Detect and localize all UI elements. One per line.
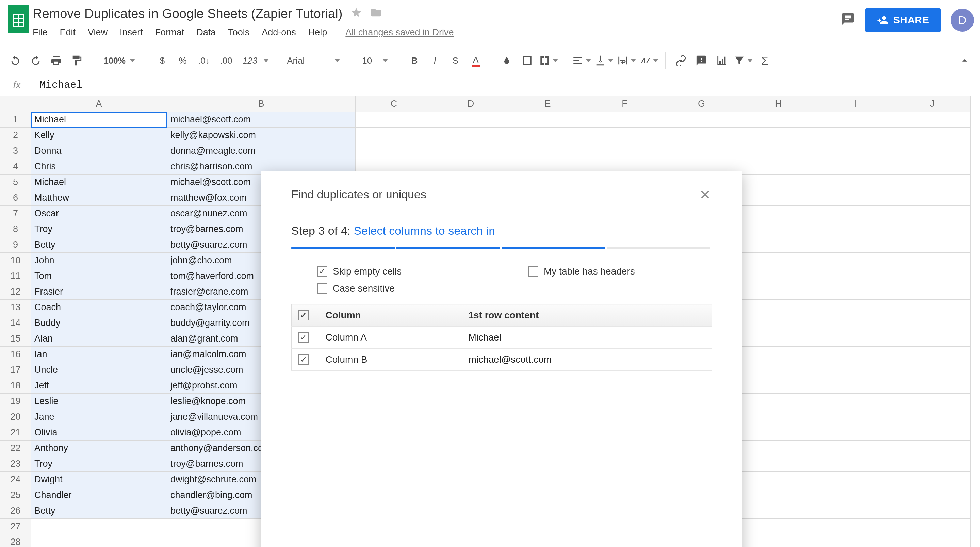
row-header[interactable]: 8 — [0, 221, 31, 237]
cell-H23[interactable] — [740, 456, 817, 472]
link-button[interactable] — [672, 52, 689, 69]
row-header[interactable]: 16 — [0, 347, 31, 362]
cell-I13[interactable] — [817, 300, 894, 315]
functions-button[interactable]: Σ — [756, 52, 773, 69]
cell-I12[interactable] — [817, 284, 894, 300]
cell-I28[interactable] — [817, 534, 894, 547]
cell-I2[interactable] — [817, 127, 894, 143]
cell-A19[interactable]: Leslie — [31, 394, 167, 409]
cell-H12[interactable] — [740, 284, 817, 300]
cell-H19[interactable] — [740, 394, 817, 409]
row-header[interactable]: 6 — [0, 190, 31, 206]
cell-A4[interactable]: Chris — [31, 159, 167, 175]
row-header[interactable]: 4 — [0, 159, 31, 175]
cell-H18[interactable] — [740, 378, 817, 394]
cell-C3[interactable] — [356, 143, 433, 159]
cell-J7[interactable] — [894, 206, 971, 221]
cell-I20[interactable] — [817, 409, 894, 425]
row-header[interactable]: 24 — [0, 472, 31, 488]
cell-J2[interactable] — [894, 127, 971, 143]
cell-H17[interactable] — [740, 362, 817, 378]
cell-A24[interactable]: Dwight — [31, 472, 167, 488]
cell-A6[interactable]: Matthew — [31, 190, 167, 206]
cell-F2[interactable] — [586, 127, 663, 143]
cell-I1[interactable] — [817, 112, 894, 127]
row-header[interactable]: 22 — [0, 440, 31, 456]
cell-I7[interactable] — [817, 206, 894, 221]
col-header-H[interactable]: H — [740, 96, 817, 112]
rotate-button[interactable] — [640, 52, 659, 69]
cell-I24[interactable] — [817, 472, 894, 488]
cell-H14[interactable] — [740, 315, 817, 331]
cell-H11[interactable] — [740, 269, 817, 284]
cell-J1[interactable] — [894, 112, 971, 127]
row-checkbox[interactable] — [298, 355, 309, 365]
expand-toolbar-button[interactable] — [956, 52, 973, 69]
col-header-B[interactable]: B — [167, 96, 356, 112]
cell-I9[interactable] — [817, 237, 894, 253]
cell-J19[interactable] — [894, 394, 971, 409]
cell-E3[interactable] — [509, 143, 586, 159]
account-avatar[interactable]: D — [951, 8, 974, 32]
undo-button[interactable] — [7, 52, 24, 69]
cell-H9[interactable] — [740, 237, 817, 253]
row-header[interactable]: 14 — [0, 315, 31, 331]
cell-A13[interactable]: Coach — [31, 300, 167, 315]
col-header-D[interactable]: D — [433, 96, 509, 112]
cell-G2[interactable] — [663, 127, 740, 143]
cell-I25[interactable] — [817, 488, 894, 503]
fx-label[interactable]: fx — [0, 74, 34, 95]
cell-J13[interactable] — [894, 300, 971, 315]
cell-H15[interactable] — [740, 331, 817, 347]
cell-I6[interactable] — [817, 190, 894, 206]
select-all-cell[interactable] — [0, 96, 31, 112]
v-align-button[interactable] — [595, 52, 614, 69]
wrap-button[interactable] — [617, 52, 636, 69]
cell-A12[interactable]: Frasier — [31, 284, 167, 300]
cell-J12[interactable] — [894, 284, 971, 300]
cell-J8[interactable] — [894, 221, 971, 237]
dec-decrease-button[interactable]: .0↓ — [195, 52, 213, 69]
row-header[interactable]: 19 — [0, 394, 31, 409]
cell-A10[interactable]: John — [31, 253, 167, 269]
borders-button[interactable] — [519, 52, 536, 69]
cell-A15[interactable]: Alan — [31, 331, 167, 347]
cell-A8[interactable]: Troy — [31, 221, 167, 237]
filter-button[interactable] — [733, 52, 753, 69]
chart-button[interactable] — [713, 52, 730, 69]
cell-H4[interactable] — [740, 159, 817, 175]
cell-I16[interactable] — [817, 347, 894, 362]
cell-A3[interactable]: Donna — [31, 143, 167, 159]
col-header-G[interactable]: G — [663, 96, 740, 112]
menu-addons[interactable]: Add-ons — [262, 27, 296, 38]
cell-I15[interactable] — [817, 331, 894, 347]
cell-J3[interactable] — [894, 143, 971, 159]
row-header[interactable]: 28 — [0, 534, 31, 547]
row-header[interactable]: 3 — [0, 143, 31, 159]
h-align-button[interactable] — [572, 52, 591, 69]
cell-G3[interactable] — [663, 143, 740, 159]
cell-A7[interactable]: Oscar — [31, 206, 167, 221]
table-row[interactable]: Column A Michael — [292, 327, 712, 349]
col-header-I[interactable]: I — [817, 96, 894, 112]
cell-I3[interactable] — [817, 143, 894, 159]
cell-I10[interactable] — [817, 253, 894, 269]
cell-A2[interactable]: Kelly — [31, 127, 167, 143]
cell-I23[interactable] — [817, 456, 894, 472]
cell-A16[interactable]: Ian — [31, 347, 167, 362]
cell-J22[interactable] — [894, 440, 971, 456]
cell-E1[interactable] — [509, 112, 586, 127]
menu-format[interactable]: Format — [155, 27, 185, 38]
folder-icon[interactable] — [370, 7, 382, 21]
cell-I18[interactable] — [817, 378, 894, 394]
cell-H26[interactable] — [740, 503, 817, 519]
cell-B1[interactable]: michael@scott.com — [167, 112, 356, 127]
cell-H22[interactable] — [740, 440, 817, 456]
font-size-select[interactable]: 10 — [358, 56, 392, 66]
sheet-area[interactable]: ABCDEFGHIJ1Michaelmichael@scott.com2Kell… — [0, 96, 980, 547]
cell-J27[interactable] — [894, 519, 971, 534]
cell-J25[interactable] — [894, 488, 971, 503]
cell-A25[interactable]: Chandler — [31, 488, 167, 503]
cell-A1[interactable]: Michael — [31, 112, 167, 127]
cell-H3[interactable] — [740, 143, 817, 159]
